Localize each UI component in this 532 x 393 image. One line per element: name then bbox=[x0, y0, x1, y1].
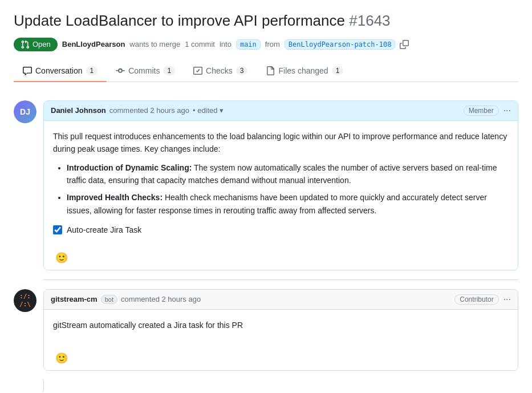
bullet-item-1: Introduction of Dynamic Scaling: The sys… bbox=[67, 161, 509, 187]
comment-body-gitstream: gitStream automatically created a Jira t… bbox=[44, 310, 518, 346]
comment-header-right-gitstream: Contributor ··· bbox=[454, 294, 511, 305]
bot-tag: bot bbox=[101, 295, 117, 304]
comment-author-daniel[interactable]: Daniel Johnson bbox=[51, 106, 106, 115]
comment-footer-daniel: 🙂 bbox=[44, 246, 518, 270]
avatar-daniel: DJ bbox=[14, 100, 36, 123]
tab-conversation-count: 1 bbox=[86, 66, 98, 75]
tab-checks-label: Checks bbox=[206, 66, 233, 75]
jira-checkbox-label: Auto-create Jira Task bbox=[67, 224, 141, 236]
content-area: DJ Daniel Johnson commented 2 hours ago … bbox=[14, 82, 518, 391]
pr-action: wants to merge bbox=[129, 40, 180, 48]
bullet-1-title: Introduction of Dynamic Scaling: bbox=[67, 163, 192, 172]
bot-avatar-text: :/:/:\ bbox=[19, 293, 31, 307]
avatar-gitstream: :/:/:\ bbox=[14, 289, 36, 312]
emoji-react-button[interactable]: 🙂 bbox=[53, 250, 70, 265]
head-branch-tag[interactable]: BenLloydPearson-patch-108 bbox=[285, 39, 396, 50]
comment-body-intro: This pull request introduces enhancement… bbox=[53, 130, 509, 156]
pr-number: #1643 bbox=[349, 12, 390, 29]
comment-header-left: Daniel Johnson commented 2 hours ago • e… bbox=[51, 106, 224, 115]
comment-box-daniel: Daniel Johnson commented 2 hours ago • e… bbox=[43, 100, 518, 270]
tab-checks[interactable]: Checks 3 bbox=[184, 60, 257, 82]
pr-title-text: Update LoadBalancer to improve API perfo… bbox=[14, 12, 345, 29]
thread-continuation-line bbox=[43, 380, 518, 391]
more-options-button-gitstream[interactable]: ··· bbox=[503, 294, 511, 305]
pr-author[interactable]: BenLloydPearson bbox=[62, 40, 125, 48]
bullet-2-title: Improved Health Checks: bbox=[67, 193, 163, 202]
tab-commits[interactable]: Commits 1 bbox=[107, 60, 184, 82]
status-label: Open bbox=[33, 40, 51, 48]
comment-time-daniel: commented 2 hours ago bbox=[109, 106, 189, 115]
jira-checkbox-container: Auto-create Jira Task bbox=[53, 224, 509, 236]
conversation-icon bbox=[23, 66, 32, 75]
pr-commits-count: 1 commit bbox=[185, 40, 215, 48]
tab-files-changed[interactable]: Files changed 1 bbox=[257, 60, 352, 82]
open-icon bbox=[21, 40, 30, 49]
base-branch-tag[interactable]: main bbox=[236, 39, 261, 50]
edited-button[interactable]: • edited ▾ bbox=[193, 106, 224, 115]
checks-icon bbox=[193, 66, 202, 75]
comment-header-right: Member ··· bbox=[464, 106, 511, 116]
tab-commits-label: Commits bbox=[128, 66, 160, 75]
comment-header-gitstream: gitstream-cm bot commented 2 hours ago C… bbox=[44, 290, 518, 310]
emoji-react-button-gitstream[interactable]: 🙂 bbox=[53, 351, 70, 366]
comment-body-daniel: This pull request introduces enhancement… bbox=[44, 121, 518, 246]
files-icon bbox=[266, 66, 275, 75]
comment-footer-gitstream: 🙂 bbox=[44, 346, 518, 370]
copy-branch-icon[interactable] bbox=[400, 40, 409, 49]
comment-thread-1: DJ Daniel Johnson commented 2 hours ago … bbox=[14, 100, 518, 270]
edited-label: • edited bbox=[193, 106, 218, 115]
member-badge: Member bbox=[464, 106, 499, 116]
tab-conversation[interactable]: Conversation 1 bbox=[14, 60, 107, 82]
tabs-bar: Conversation 1 Commits 1 Checks 3 Files … bbox=[14, 60, 518, 82]
pr-from: from bbox=[265, 40, 280, 48]
comment-thread-2: :/:/:\ gitstream-cm bot commented 2 hour… bbox=[14, 289, 518, 371]
tab-files-count: 1 bbox=[332, 66, 344, 75]
comment-header-left-gitstream: gitstream-cm bot commented 2 hours ago bbox=[51, 295, 201, 304]
divider bbox=[43, 279, 518, 280]
tab-checks-count: 3 bbox=[236, 66, 248, 75]
contributor-badge: Contributor bbox=[454, 294, 498, 305]
pr-into: into bbox=[220, 40, 232, 48]
tab-files-label: Files changed bbox=[278, 66, 328, 75]
bullet-item-2: Improved Health Checks: Health check mec… bbox=[67, 191, 509, 217]
more-options-button[interactable]: ··· bbox=[503, 106, 511, 116]
chevron-down-icon: ▾ bbox=[220, 106, 224, 115]
status-badge: Open bbox=[14, 38, 58, 51]
commits-icon bbox=[116, 66, 125, 75]
comment-bullet-list: Introduction of Dynamic Scaling: The sys… bbox=[53, 161, 509, 217]
avatar-initials: DJ bbox=[14, 100, 36, 123]
tab-commits-count: 1 bbox=[163, 66, 175, 75]
pr-title: Update LoadBalancer to improve API perfo… bbox=[14, 11, 518, 31]
comment-header-daniel: Daniel Johnson commented 2 hours ago • e… bbox=[44, 101, 518, 121]
jira-checkbox[interactable] bbox=[53, 225, 62, 234]
pr-meta: Open BenLloydPearson wants to merge 1 co… bbox=[14, 38, 518, 51]
comment-time-gitstream: commented 2 hours ago bbox=[121, 295, 201, 303]
tab-conversation-label: Conversation bbox=[35, 66, 83, 75]
comment-author-gitstream[interactable]: gitstream-cm bbox=[51, 295, 98, 303]
comment-box-gitstream: gitstream-cm bot commented 2 hours ago C… bbox=[43, 289, 518, 371]
gitstream-body-text: gitStream automatically created a Jira t… bbox=[53, 319, 509, 331]
